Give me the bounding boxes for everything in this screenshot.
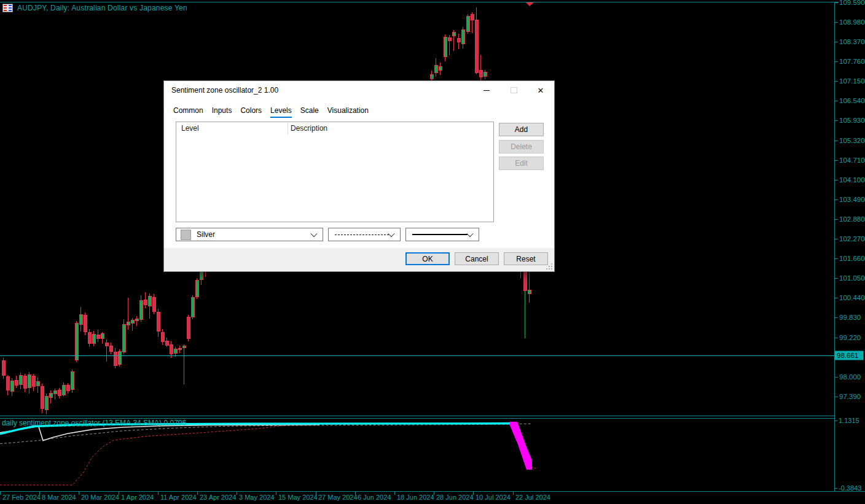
indicator-axis: 1.1315-0.3843 bbox=[835, 417, 862, 492]
indicator-label: daily sentiment zone oscillator (13 EMA,… bbox=[2, 419, 186, 427]
svg-text:105.320: 105.320 bbox=[839, 137, 865, 144]
chevron-down-icon bbox=[466, 230, 473, 237]
maximize-icon bbox=[511, 87, 517, 93]
column-divider[interactable] bbox=[288, 123, 288, 134]
svg-text:102.270: 102.270 bbox=[839, 235, 865, 242]
delete-button: Delete bbox=[499, 140, 544, 153]
svg-text:101.660: 101.660 bbox=[839, 255, 865, 262]
tab-levels[interactable]: Levels bbox=[266, 104, 296, 117]
resize-grip[interactable] bbox=[546, 263, 552, 269]
level-style-select[interactable] bbox=[328, 228, 401, 241]
svg-text:104.710: 104.710 bbox=[839, 157, 865, 164]
svg-text:100.440: 100.440 bbox=[839, 294, 865, 301]
color-value: Silver bbox=[197, 230, 215, 239]
svg-text:27 Feb 2024: 27 Feb 2024 bbox=[2, 494, 41, 501]
tab-colors[interactable]: Colors bbox=[236, 104, 266, 117]
svg-text:23 Apr 2024: 23 Apr 2024 bbox=[200, 494, 236, 501]
chevron-down-icon bbox=[388, 230, 394, 237]
szo-red-dashed bbox=[0, 424, 538, 485]
svg-text:98.000: 98.000 bbox=[839, 373, 861, 381]
svg-text:15 May 2024: 15 May 2024 bbox=[278, 494, 318, 501]
svg-text:101.050: 101.050 bbox=[839, 274, 865, 282]
svg-text:27 May 2024: 27 May 2024 bbox=[318, 494, 358, 501]
svg-text:99.830: 99.830 bbox=[839, 314, 861, 321]
szo-falling-magenta bbox=[510, 422, 532, 470]
minimize-icon bbox=[483, 90, 490, 91]
marker-layer bbox=[526, 2, 534, 6]
svg-text:106.540: 106.540 bbox=[839, 97, 865, 104]
reset-button[interactable]: Reset bbox=[504, 252, 548, 265]
svg-text:107.150: 107.150 bbox=[839, 77, 865, 85]
cancel-button[interactable]: Cancel bbox=[455, 252, 499, 265]
svg-text:105.930: 105.930 bbox=[839, 117, 865, 124]
symbol-title: AUDJPY, Daily: Australian Dollar vs Japa… bbox=[17, 4, 187, 12]
tab-inputs[interactable]: Inputs bbox=[208, 104, 237, 117]
mt5-chart-window: 109.590108.980108.370107.760107.150106.5… bbox=[0, 0, 865, 504]
svg-text:102.880: 102.880 bbox=[839, 215, 865, 223]
levels-list-header: Level Description bbox=[176, 122, 493, 135]
column-header-level[interactable]: Level bbox=[181, 124, 199, 133]
dialog-footer: OK Cancel Reset bbox=[164, 248, 554, 271]
svg-text:22 Jul 2024: 22 Jul 2024 bbox=[515, 494, 550, 501]
svg-text:99.220: 99.220 bbox=[839, 334, 861, 341]
svg-text:11 Apr 2024: 11 Apr 2024 bbox=[160, 494, 197, 501]
color-swatch bbox=[181, 230, 191, 240]
column-header-description[interactable]: Description bbox=[291, 124, 327, 133]
symbol-label: AUDJPY, Daily: Australian Dollar vs Japa… bbox=[2, 4, 187, 12]
indicator-settings-dialog: Sentiment zone oscillator_2 1.00 ✕ Commo… bbox=[163, 80, 555, 272]
levels-list[interactable]: Level Description bbox=[176, 122, 494, 222]
add-button[interactable]: Add bbox=[499, 123, 544, 136]
close-button[interactable]: ✕ bbox=[527, 81, 554, 99]
maximize-button bbox=[500, 81, 527, 99]
level-width-select[interactable] bbox=[405, 228, 479, 241]
svg-text:18 Jun 2024: 18 Jun 2024 bbox=[397, 494, 434, 501]
current-price-tag: 98.661 bbox=[837, 352, 858, 359]
svg-text:103.490: 103.490 bbox=[839, 196, 865, 203]
dialog-tabbar: Common Inputs Colors Levels Scale Visual… bbox=[169, 104, 373, 117]
svg-text:3 May 2024: 3 May 2024 bbox=[239, 494, 274, 501]
oscillator-layer bbox=[0, 422, 538, 485]
svg-text:1 Apr 2024: 1 Apr 2024 bbox=[121, 494, 154, 501]
close-icon: ✕ bbox=[538, 87, 544, 95]
edit-button: Edit bbox=[499, 157, 544, 170]
svg-text:10 Jul 2024: 10 Jul 2024 bbox=[476, 494, 511, 501]
svg-text:97.390: 97.390 bbox=[839, 393, 861, 400]
ok-button[interactable]: OK bbox=[405, 252, 450, 265]
dashed-line-sample bbox=[335, 235, 389, 235]
svg-text:8 Mar 2024: 8 Mar 2024 bbox=[42, 494, 76, 501]
svg-text:20 Mar 2024: 20 Mar 2024 bbox=[81, 494, 119, 501]
svg-text:1.1315: 1.1315 bbox=[839, 417, 859, 424]
dialog-title: Sentiment zone oscillator_2 1.00 bbox=[164, 81, 278, 99]
svg-text:6 Jun 2024: 6 Jun 2024 bbox=[358, 494, 391, 501]
current-bar-marker-icon bbox=[526, 2, 534, 6]
tab-common[interactable]: Common bbox=[169, 104, 208, 117]
tab-scale[interactable]: Scale bbox=[296, 104, 323, 117]
svg-text:107.760: 107.760 bbox=[839, 58, 865, 65]
svg-text:108.980: 108.980 bbox=[839, 18, 865, 26]
svg-text:109.590: 109.590 bbox=[839, 0, 865, 6]
level-color-select[interactable]: Silver bbox=[176, 228, 323, 241]
time-axis[interactable]: 27 Feb 20248 Mar 202420 Mar 20241 Apr 20… bbox=[1, 492, 550, 501]
tab-visualization[interactable]: Visualization bbox=[323, 104, 373, 117]
svg-text:-0.3843: -0.3843 bbox=[839, 484, 861, 492]
chart-icon bbox=[2, 4, 13, 12]
svg-text:104.100: 104.100 bbox=[839, 176, 865, 184]
chevron-down-icon bbox=[310, 230, 317, 237]
minimize-button[interactable] bbox=[473, 81, 500, 99]
svg-text:108.370: 108.370 bbox=[839, 38, 865, 45]
price-axis[interactable]: 109.590108.980108.370107.760107.150106.5… bbox=[835, 0, 865, 400]
solid-line-sample bbox=[412, 234, 468, 235]
svg-text:28 Jun 2024: 28 Jun 2024 bbox=[436, 494, 474, 501]
